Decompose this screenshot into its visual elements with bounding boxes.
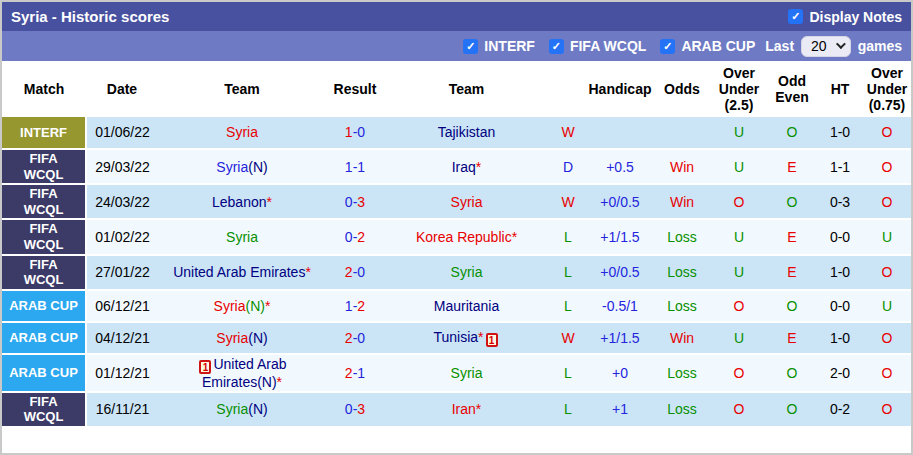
odds-cell: Loss <box>653 255 711 290</box>
filter-arab-cup[interactable]: ARAB CUP <box>660 38 755 54</box>
over-under-2-5-cell: O <box>711 184 767 219</box>
table-header-row: MatchDateTeamResultTeamHandicapOddsOver … <box>2 61 911 117</box>
result-cell: 2-1 <box>326 354 384 392</box>
over-under-2-5-cell: U <box>711 117 767 149</box>
score-part: 0 <box>345 401 353 417</box>
date-cell: 01/12/21 <box>86 354 158 392</box>
home-team-cell: Syria(N) <box>158 322 326 354</box>
away-team-cell: Tunisia*1 <box>384 322 549 354</box>
red-card-icon: 1 <box>199 360 211 374</box>
wdl-cell: L <box>549 354 587 392</box>
score-part: 1 <box>357 159 365 175</box>
over-under-0-75-cell: O <box>863 322 911 354</box>
team-name-part: * <box>265 298 270 314</box>
team-name-part: Korea Republic <box>416 229 512 245</box>
checkbox-icon[interactable] <box>463 39 478 54</box>
wdl-cell: D <box>549 149 587 184</box>
wdl-cell: W <box>549 322 587 354</box>
display-notes-toggle[interactable]: Display Notes <box>788 9 902 25</box>
ht-cell: 2-0 <box>817 354 863 392</box>
handicap-cell: +0/0.5 <box>587 255 653 290</box>
checkbox-icon[interactable] <box>549 39 564 54</box>
team-name-part: United Arab Emirates <box>173 264 305 280</box>
home-team-cell: Syria <box>158 219 326 254</box>
home-team-cell: United Arab Emirates* <box>158 255 326 290</box>
home-team-cell: Syria(N)* <box>158 290 326 322</box>
result-cell: 2-0 <box>326 322 384 354</box>
checkbox-icon[interactable] <box>660 39 675 54</box>
team-name-part: (N) <box>248 401 267 417</box>
page-title: Syria - Historic scores <box>11 8 169 25</box>
odds-cell: Loss <box>653 392 711 427</box>
team-name-part: Tunisia <box>433 329 478 345</box>
display-notes-checkbox-icon[interactable] <box>788 9 803 24</box>
away-team-cell: Tajikistan <box>384 117 549 149</box>
table-row: ARAB CUP04/12/21Syria(N)2-0Tunisia*1W+1/… <box>2 322 911 354</box>
odds-cell <box>653 117 711 149</box>
col-header-spacer-5 <box>549 61 587 117</box>
over-under-0-75-cell: O <box>863 392 911 427</box>
ht-cell: 1-0 <box>817 117 863 149</box>
match-type-badge: FIFA WCQL <box>2 255 86 290</box>
odds-cell: Win <box>653 184 711 219</box>
games-label: games <box>858 38 902 54</box>
filter-fifa-wcql[interactable]: FIFA WCQL <box>549 38 646 54</box>
result-cell: 0-3 <box>326 184 384 219</box>
match-type-badge: FIFA WCQL <box>2 149 86 184</box>
match-type-badge: FIFA WCQL <box>2 392 86 427</box>
competition-filters: INTERFFIFA WCQLARAB CUP <box>463 38 755 54</box>
date-cell: 04/12/21 <box>86 322 158 354</box>
date-cell: 01/02/22 <box>86 219 158 254</box>
team-name-part: Syria <box>451 264 483 280</box>
wdl-cell: L <box>549 290 587 322</box>
display-notes-label: Display Notes <box>809 9 902 25</box>
col-header-team: Team <box>384 61 549 117</box>
filter-interf[interactable]: INTERF <box>463 38 535 54</box>
last-games-control: Last 20 games <box>765 36 902 57</box>
score-part: 1 <box>345 124 353 140</box>
match-type-badge: ARAB CUP <box>2 322 86 354</box>
match-type-badge: INTERF <box>2 117 86 149</box>
table-row: FIFA WCQL29/03/22Syria(N)1-1Iraq*D+0.5Wi… <box>2 149 911 184</box>
ht-cell: 0-3 <box>817 184 863 219</box>
handicap-cell: +0 <box>587 354 653 392</box>
handicap-cell: +0/0.5 <box>587 184 653 219</box>
col-header-over-under-2.5-: Over Under (2.5) <box>711 61 767 117</box>
score-part: 0 <box>345 229 353 245</box>
odd-even-cell: E <box>767 322 817 354</box>
handicap-cell: +1/1.5 <box>587 219 653 254</box>
odd-even-cell: O <box>767 290 817 322</box>
col-header-date: Date <box>86 61 158 117</box>
odd-even-cell: E <box>767 219 817 254</box>
handicap-cell: +0.5 <box>587 149 653 184</box>
score-part: 0 <box>357 124 365 140</box>
historic-scores-panel: Syria - Historic scores Display Notes IN… <box>0 0 913 455</box>
wdl-cell: W <box>549 117 587 149</box>
result-cell: 0-3 <box>326 392 384 427</box>
team-name-part: Syria <box>214 298 246 314</box>
odd-even-cell: O <box>767 184 817 219</box>
team-name-part: * <box>512 229 517 245</box>
last-games-select[interactable]: 20 <box>801 36 851 57</box>
score-part: 1 <box>345 159 353 175</box>
over-under-2-5-cell: U <box>711 255 767 290</box>
scores-table: MatchDateTeamResultTeamHandicapOddsOver … <box>2 61 911 428</box>
handicap-cell: +1 <box>587 392 653 427</box>
ht-cell: 1-0 <box>817 322 863 354</box>
date-cell: 24/03/22 <box>86 184 158 219</box>
over-under-0-75-cell: O <box>863 184 911 219</box>
result-cell: 1-0 <box>326 117 384 149</box>
team-name-part: Iraq <box>452 159 476 175</box>
col-header-match: Match <box>2 61 86 117</box>
team-name-part: Iran <box>452 401 476 417</box>
over-under-0-75-cell: O <box>863 117 911 149</box>
team-name-part: United Arab Emirates(N) <box>202 356 287 390</box>
score-part: 2 <box>345 330 353 346</box>
over-under-0-75-cell: O <box>863 354 911 392</box>
col-header-odd-even: Odd Even <box>767 61 817 117</box>
over-under-2-5-cell: U <box>711 149 767 184</box>
score-part: 2 <box>357 229 365 245</box>
odd-even-cell: E <box>767 149 817 184</box>
team-name-part: * <box>277 374 282 390</box>
odd-even-cell: O <box>767 117 817 149</box>
